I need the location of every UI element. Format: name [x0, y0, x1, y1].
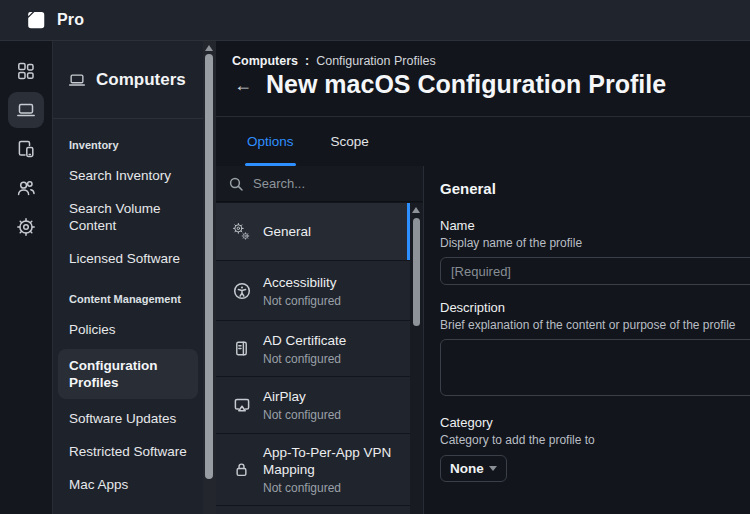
payload-item-ad-certificate[interactable]: AD Certificate Not configured	[216, 321, 410, 377]
lock-icon	[229, 461, 254, 478]
payload-label: Accessibility	[263, 274, 341, 291]
payload-label: App-To-Per-App VPN Mapping	[263, 444, 402, 478]
accessibility-icon	[229, 282, 254, 300]
payload-label: AirPlay	[263, 388, 341, 405]
payload-status: Not configured	[263, 294, 341, 308]
laptop-icon	[68, 71, 86, 89]
sidebar-header: Computers	[53, 41, 203, 119]
payload-search-input[interactable]	[253, 176, 393, 191]
icon-rail	[0, 41, 53, 514]
sidebar-item-search-volume-content[interactable]: Search Volume Content	[53, 192, 203, 242]
breadcrumb-parent[interactable]: Computers	[232, 54, 298, 68]
certificate-icon	[229, 340, 254, 357]
description-field-label: Description	[440, 300, 750, 315]
section-label-content-management: Content Management	[53, 293, 203, 305]
gear-icon	[16, 217, 36, 237]
description-textarea[interactable]	[440, 339, 750, 396]
payload-list-scrollbar-thumb[interactable]	[413, 218, 420, 326]
name-field-label: Name	[440, 218, 750, 233]
payload-status: Not configured	[263, 408, 341, 422]
sidebar-item-licensed-software[interactable]: Licensed Software	[53, 242, 203, 275]
payload-list-scrollbar[interactable]	[410, 203, 423, 514]
category-field-label: Category	[440, 415, 750, 430]
rail-item-users[interactable]	[8, 170, 44, 206]
sidebar-title: Computers	[96, 70, 186, 90]
breadcrumb-separator: :	[305, 54, 309, 68]
category-select-value: None	[450, 461, 484, 476]
breadcrumb: Computers : Configuration Profiles	[232, 54, 750, 68]
search-icon	[228, 176, 244, 192]
payload-item-partial[interactable]	[216, 506, 410, 514]
section-label-inventory: Inventory	[53, 139, 203, 151]
sidebar-item-software-updates[interactable]: Software Updates	[53, 402, 203, 435]
page-title: New macOS Configuration Profile	[266, 70, 666, 99]
rail-item-settings[interactable]	[8, 209, 44, 245]
payload-item-app-to-per-app-vpn-mapping[interactable]: App-To-Per-App VPN Mapping Not configure…	[216, 434, 410, 506]
tab-scope[interactable]: Scope	[329, 117, 371, 166]
category-field-help: Category to add the profile to	[440, 433, 750, 447]
sidebar-item-mac-apps[interactable]: Mac Apps	[53, 468, 203, 501]
sidebar: Computers Inventory Search Inventory Sea…	[53, 41, 203, 514]
sidebar-item-restricted-software[interactable]: Restricted Software	[53, 435, 203, 468]
sidebar-item-search-inventory[interactable]: Search Inventory	[53, 159, 203, 192]
jamf-logo-icon	[25, 9, 47, 31]
sidebar-item-policies[interactable]: Policies	[53, 313, 203, 346]
description-field-help: Brief explanation of the content or purp…	[440, 318, 750, 332]
page-header: Computers : Configuration Profiles ← New…	[216, 41, 750, 117]
payload-status: Not configured	[263, 481, 402, 495]
scroll-up-arrow[interactable]	[412, 207, 420, 213]
payload-status: Not configured	[263, 352, 346, 366]
form-heading: General	[440, 180, 750, 197]
sidebar-scrollbar[interactable]	[203, 41, 216, 514]
payload-label: General	[263, 223, 311, 240]
category-select[interactable]: None	[440, 455, 507, 482]
main-content: Computers : Configuration Profiles ← New…	[216, 41, 750, 514]
back-button[interactable]: ←	[232, 74, 254, 96]
name-input[interactable]	[440, 257, 750, 285]
mobile-devices-icon	[16, 139, 36, 159]
payload-search-row	[216, 166, 423, 202]
top-bar: Pro	[0, 0, 750, 41]
airplay-icon	[229, 396, 254, 414]
breadcrumb-current[interactable]: Configuration Profiles	[316, 54, 436, 68]
payload-item-airplay[interactable]: AirPlay Not configured	[216, 377, 410, 434]
general-form-panel: General Name Display name of the profile…	[424, 166, 750, 514]
scroll-up-arrow[interactable]	[205, 45, 213, 51]
payload-label: AD Certificate	[263, 332, 346, 349]
rail-item-computers[interactable]	[8, 92, 44, 128]
chevron-down-icon	[489, 466, 497, 471]
gears-icon	[229, 222, 254, 241]
brand-name: Pro	[57, 11, 84, 29]
rail-item-dashboard[interactable]	[8, 53, 44, 89]
laptop-icon	[16, 100, 36, 120]
dashboard-icon	[16, 61, 36, 81]
sidebar-nav: Inventory Search Inventory Search Volume…	[53, 119, 203, 501]
payload-item-general[interactable]: General	[216, 203, 410, 261]
payload-item-accessibility[interactable]: Accessibility Not configured	[216, 261, 410, 321]
sidebar-scrollbar-thumb[interactable]	[205, 54, 213, 479]
tab-options[interactable]: Options	[245, 117, 296, 166]
tab-bar: Options Scope	[216, 117, 750, 166]
rail-item-devices[interactable]	[8, 131, 44, 167]
name-field-help: Display name of the profile	[440, 236, 750, 250]
payload-list-panel: General Accessibility Not configured	[216, 166, 424, 514]
sidebar-item-configuration-profiles[interactable]: Configuration Profiles	[58, 349, 198, 399]
users-icon	[16, 178, 36, 198]
